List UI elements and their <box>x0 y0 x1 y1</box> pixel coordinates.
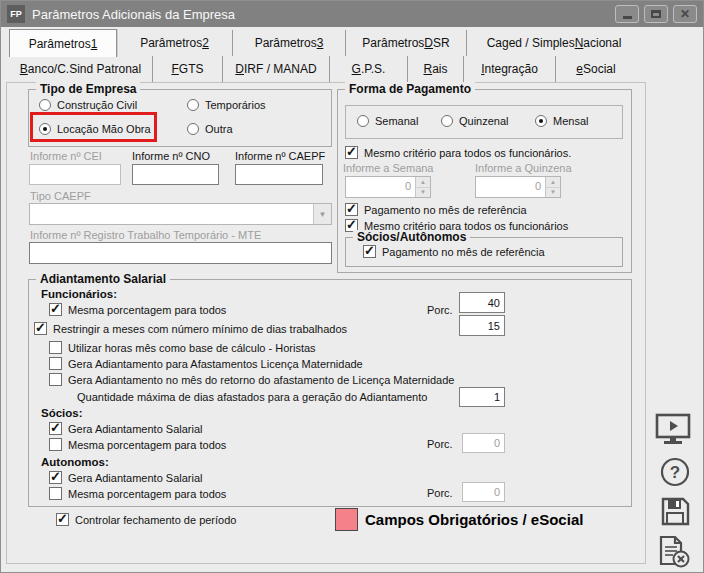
radio-construcao-civil[interactable]: Construção Civil <box>39 99 137 111</box>
informe-semana-label: Informe a Semana <box>343 162 434 174</box>
radio-quinzenal[interactable]: Quinzenal <box>441 115 509 127</box>
checkbox-gera-adiantamento-afastamentos[interactable]: Gera Adiantamento para Afastamentos Lice… <box>49 357 363 370</box>
socios-header: Sócios: <box>41 407 83 419</box>
tab-parametros-dsr[interactable]: Parâmetros DSR <box>346 30 467 56</box>
save-button[interactable] <box>660 496 690 527</box>
registro-mte-input[interactable] <box>29 242 332 264</box>
checkbox-autonomos-gera-adiantamento[interactable]: Gera Adiantamento Salarial <box>49 471 203 484</box>
help-button[interactable]: ? <box>660 457 690 487</box>
checkbox-socios-gera-adiantamento[interactable]: Gera Adiantamento Salarial <box>49 422 203 435</box>
gera-afastamento-checkbox[interactable] <box>49 357 62 370</box>
radio-outra-circle[interactable] <box>187 123 199 135</box>
app-fp-icon: FP <box>7 5 25 23</box>
pagamento-ref-checkbox[interactable] <box>345 203 358 216</box>
chevron-down-icon[interactable]: ▼ <box>313 204 331 224</box>
checkbox-socios-mesma-porcentagem[interactable]: Mesma porcentagem para todos <box>49 438 226 451</box>
forma-de-pagamento-legend: Forma de Pagamento <box>345 82 475 96</box>
semana-spinner[interactable]: 0 ▲▼ <box>345 176 431 198</box>
checkbox-restringir-meses[interactable]: Restringir a meses com número mínimo de … <box>34 322 347 335</box>
spinner-down-icon[interactable]: ▼ <box>546 188 560 198</box>
checkbox-pagamento-mes-referencia[interactable]: Pagamento no mês de referência <box>345 203 527 216</box>
tab-dirf-manad[interactable]: DIRF / MANAD <box>223 56 330 82</box>
cancel-button[interactable] <box>657 535 690 568</box>
svg-text:?: ? <box>670 463 680 482</box>
semana-spinner-buttons[interactable]: ▲▼ <box>415 177 430 197</box>
porc-label: Porc. <box>427 304 453 316</box>
autonomos-gera-checkbox[interactable] <box>49 471 62 484</box>
socios-porc-label: Porc. <box>427 438 453 450</box>
dias-minimos-input[interactable] <box>459 315 505 336</box>
maximize-button[interactable] <box>644 5 668 23</box>
cei-label: Informe nº CEI <box>30 150 102 162</box>
horistas-checkbox[interactable] <box>49 341 62 354</box>
mesmo-criterio-checkbox[interactable] <box>345 146 358 159</box>
spinner-up-icon[interactable]: ▲ <box>546 177 560 188</box>
registro-mte-label: Informe nº Registro Trabalho Temporário … <box>30 229 261 241</box>
tab-fgts[interactable]: FGTS <box>153 56 223 82</box>
maximize-icon <box>651 10 661 18</box>
restringir-checkbox[interactable] <box>34 322 47 335</box>
socios-pagamento-checkbox[interactable] <box>363 245 376 258</box>
checkbox-socios-pagamento-referencia[interactable]: Pagamento no mês de referência <box>363 245 545 258</box>
mesma-porc-checkbox[interactable] <box>49 303 62 316</box>
caepf-label: Informe nº CAEPF <box>235 150 325 162</box>
minimize-icon <box>623 16 632 19</box>
cno-label: Informe nº CNO <box>132 150 210 162</box>
cno-input[interactable] <box>132 164 219 185</box>
spinner-up-icon[interactable]: ▲ <box>416 177 430 188</box>
save-floppy-icon <box>660 496 690 527</box>
tipo-caepf-label: Tipo CAEPF <box>30 190 91 202</box>
monitor-play-icon <box>655 413 691 444</box>
checkbox-controlar-fechamento[interactable]: Controlar fechamento de período <box>56 513 236 526</box>
radio-outra[interactable]: Outra <box>187 123 233 135</box>
cei-input[interactable] <box>29 164 121 185</box>
checkbox-mesmo-criterio-funcionarios[interactable]: Mesmo critério para todos os funcionário… <box>345 146 571 159</box>
socios-mesma-checkbox[interactable] <box>49 438 62 451</box>
autonomos-porc-input[interactable] <box>462 482 505 502</box>
radio-mensal[interactable]: Mensal <box>535 115 588 127</box>
radio-semanal[interactable]: Semanal <box>357 115 418 127</box>
minimize-button[interactable] <box>615 5 639 23</box>
checkbox-autonomos-mesma-porcentagem[interactable]: Mesma porcentagem para todos <box>49 487 226 500</box>
radio-temporarios-circle[interactable] <box>187 99 199 111</box>
title-bar: FP Parâmetros Adicionais da Empresa ✕ <box>1 1 703 27</box>
socios-gera-checkbox[interactable] <box>49 422 62 435</box>
checkbox-horas-mes-horistas[interactable]: Utilizar horas mês como base de cálculo … <box>49 341 316 354</box>
quantidade-maxima-input[interactable] <box>459 387 505 407</box>
tipo-de-empresa-legend: Tipo de Empresa <box>36 82 140 96</box>
radio-mensal-circle[interactable] <box>535 115 547 127</box>
tab-parametros-3[interactable]: Parâmetros 3 <box>233 30 346 56</box>
radio-semanal-circle[interactable] <box>357 115 369 127</box>
radio-quinzenal-circle[interactable] <box>441 115 453 127</box>
porc-funcionarios-input[interactable] <box>459 292 505 313</box>
tab-parametros-2[interactable]: Parâmetros 2 <box>117 30 233 56</box>
tipo-caepf-select[interactable]: ▼ <box>29 203 332 225</box>
quantidade-maxima-label: Quantidade máxima de dias afastados para… <box>77 391 427 403</box>
help-icon: ? <box>660 457 690 487</box>
radio-construcao-civil-circle[interactable] <box>39 99 51 111</box>
close-button[interactable]: ✕ <box>673 5 697 23</box>
tab-gps[interactable]: G.P.S. <box>330 56 408 82</box>
campos-obrigatorios-swatch <box>335 508 358 531</box>
spinner-down-icon[interactable]: ▼ <box>416 188 430 198</box>
controlar-fechamento-checkbox[interactable] <box>56 513 69 526</box>
quinzena-spinner-buttons[interactable]: ▲▼ <box>545 177 560 197</box>
tab-parametros-1[interactable]: Parâmetros 1 <box>9 29 117 57</box>
presentation-button[interactable] <box>655 413 691 444</box>
highlight-box-locacao-mao-obra <box>30 112 157 142</box>
checkbox-mesma-porcentagem-funcionarios[interactable]: Mesma porcentagem para todos <box>49 303 226 316</box>
quinzena-spinner[interactable]: 0 ▲▼ <box>475 176 561 198</box>
checkbox-gera-adiantamento-retorno[interactable]: Gera Adiantamento no mês do retorno do a… <box>49 373 454 386</box>
tab-banco-csind-patronal[interactable]: Banco/C.Sind Patronal <box>9 56 153 82</box>
autonomos-mesma-checkbox[interactable] <box>49 487 62 500</box>
autonomos-header: Autonomos: <box>41 456 109 468</box>
tab-rais[interactable]: Rais <box>408 56 464 82</box>
gera-retorno-checkbox[interactable] <box>49 373 62 386</box>
tab-integracao[interactable]: Integração <box>464 56 556 82</box>
tab-row-1: Parâmetros 1 Parâmetros 2 Parâmetros 3 P… <box>9 30 641 57</box>
caepf-input[interactable] <box>235 164 323 185</box>
tab-caged-simples-nacional[interactable]: Caged / Simples Nacional <box>467 30 641 56</box>
radio-temporarios[interactable]: Temporários <box>187 99 266 111</box>
tab-esocial[interactable]: eSocial <box>556 56 636 82</box>
socios-porc-input[interactable] <box>462 433 505 453</box>
